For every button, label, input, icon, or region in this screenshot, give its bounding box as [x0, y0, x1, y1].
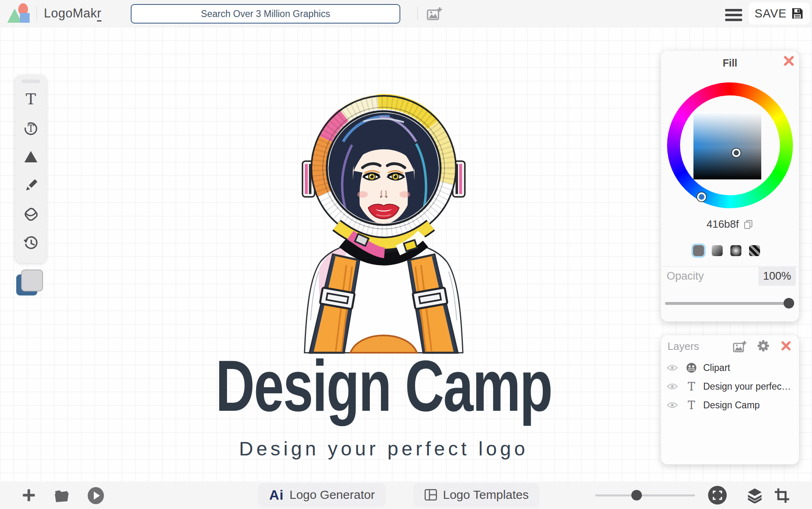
- layer-row-tagline[interactable]: T Design your perfec…: [661, 377, 799, 395]
- logomakr-logo-icon[interactable]: [6, 3, 31, 24]
- logo-generator-label: Logo Generator: [289, 488, 375, 502]
- top-bar: LogoMakr SAVE: [0, 0, 812, 27]
- close-icon[interactable]: [783, 55, 795, 67]
- astronaut-clipart[interactable]: [282, 93, 485, 357]
- shapes-tool-button[interactable]: [22, 148, 40, 166]
- brand-name-prefix: LogoMak: [44, 6, 97, 20]
- logo-tagline-text[interactable]: Design your perfect logo: [239, 438, 528, 460]
- fill-stroke-indicator[interactable]: [15, 270, 45, 296]
- logo-title-text[interactable]: Design Camp: [216, 350, 552, 422]
- layer-label: Design your perfec…: [703, 381, 791, 392]
- text-icon: T: [688, 381, 695, 392]
- brand-divider: [37, 6, 37, 21]
- history-tool-button[interactable]: [22, 234, 40, 252]
- layers-panel: Layers: [661, 335, 799, 464]
- svg-text:T: T: [28, 123, 34, 134]
- layer-label: Design Camp: [703, 400, 760, 411]
- text-tool-button[interactable]: T: [22, 91, 40, 108]
- toolbar-drag-handle[interactable]: [22, 80, 40, 83]
- history-icon: [23, 235, 39, 251]
- hex-row: 416b8f: [661, 218, 799, 231]
- layer-row-title[interactable]: T Design Camp: [661, 396, 799, 414]
- hue-cursor[interactable]: [697, 192, 706, 201]
- menu-icon[interactable]: [725, 9, 742, 24]
- fill-style-linear-gradient[interactable]: [712, 245, 723, 256]
- close-icon[interactable]: [780, 340, 792, 352]
- save-label: SAVE: [754, 7, 786, 20]
- opacity-slider-thumb[interactable]: [784, 298, 794, 308]
- logomakr-app: Design Camp Design your perfect logo Log…: [0, 0, 812, 509]
- bottom-bar: Ai Logo Generator Logo Templates: [0, 481, 812, 509]
- layers-panel-title: Layers: [667, 340, 699, 353]
- curved-text-icon: T: [23, 120, 39, 136]
- search-divider: [417, 7, 418, 20]
- stroke-color-swatch[interactable]: [21, 270, 43, 291]
- logo-title-object[interactable]: Design Camp: [0, 350, 767, 422]
- zoom-slider-track[interactable]: [595, 494, 695, 496]
- search-input[interactable]: [131, 4, 400, 24]
- zoom-slider-thumb[interactable]: [631, 490, 642, 500]
- add-image-icon[interactable]: [426, 6, 443, 21]
- fill-bucket-icon: [23, 206, 39, 222]
- opacity-slider[interactable]: [665, 298, 794, 309]
- zoom-slider[interactable]: [595, 490, 695, 500]
- logo-templates-button[interactable]: Logo Templates: [413, 483, 540, 507]
- saturation-value-square[interactable]: [693, 112, 761, 179]
- brand-name-suffix: r: [97, 6, 102, 22]
- hex-value[interactable]: 416b8f: [706, 218, 739, 231]
- logo-generator-button[interactable]: Ai Logo Generator: [258, 483, 386, 507]
- fill-style-radial-gradient[interactable]: [730, 245, 741, 256]
- fit-to-screen-button[interactable]: [708, 486, 727, 505]
- draw-tool-button[interactable]: [22, 177, 40, 194]
- shapes-triangle-icon: [23, 149, 39, 165]
- pencil-icon: [23, 177, 39, 194]
- fill-bucket-tool-button[interactable]: [22, 205, 40, 223]
- add-image-icon[interactable]: [732, 340, 747, 353]
- text-icon: T: [688, 400, 695, 411]
- copy-icon[interactable]: [743, 219, 754, 230]
- opacity-slider-track[interactable]: [665, 302, 794, 305]
- visibility-eye-icon[interactable]: [667, 364, 678, 372]
- floppy-disk-icon: [791, 7, 804, 20]
- crop-icon[interactable]: [774, 487, 790, 504]
- svg-text:T: T: [26, 91, 36, 107]
- fill-panel-title: Fill: [661, 57, 799, 69]
- fill-style-row: [693, 245, 760, 256]
- fill-style-solid[interactable]: [693, 245, 704, 256]
- layers-toggle-icon[interactable]: [746, 487, 763, 503]
- logo-templates-label: Logo Templates: [443, 488, 529, 502]
- layer-row-clipart[interactable]: Clipart: [661, 359, 799, 377]
- visibility-eye-icon[interactable]: [667, 382, 678, 390]
- opacity-value[interactable]: 100%: [758, 266, 796, 286]
- add-new-icon[interactable]: [21, 487, 37, 503]
- logo-tagline-object[interactable]: Design your perfect logo: [0, 438, 767, 460]
- ai-icon: Ai: [269, 487, 284, 503]
- play-tutorial-icon[interactable]: [87, 487, 105, 505]
- saturation-value-cursor[interactable]: [732, 149, 741, 157]
- visibility-eye-icon[interactable]: [667, 401, 678, 409]
- text-icon: T: [23, 91, 39, 107]
- color-picker: [667, 82, 793, 208]
- clipart-icon: [686, 362, 697, 373]
- save-button[interactable]: SAVE: [749, 2, 810, 24]
- fill-style-pattern[interactable]: [749, 245, 760, 256]
- opacity-label: Opacity: [667, 270, 704, 283]
- open-folder-icon[interactable]: [53, 488, 71, 503]
- brand-name[interactable]: LogoMakr: [44, 6, 102, 21]
- tools-sidebar: T T: [15, 75, 46, 263]
- fill-panel: Fill 416b8f Opacity 100%: [661, 51, 799, 321]
- gear-icon[interactable]: [757, 339, 770, 352]
- fit-to-screen-icon: [712, 490, 723, 500]
- templates-icon: [424, 488, 437, 501]
- layer-label: Clipart: [703, 362, 730, 373]
- curved-text-tool-button[interactable]: T: [22, 119, 40, 137]
